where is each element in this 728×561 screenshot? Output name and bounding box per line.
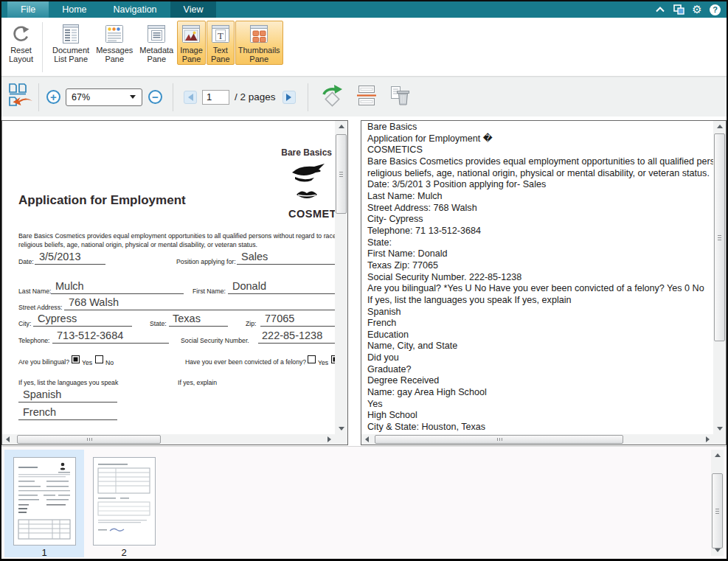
text-line: City & State: Houston, Texas xyxy=(367,422,713,433)
arrow-left-icon xyxy=(188,94,193,101)
button-label: Pane xyxy=(96,55,133,63)
metadata-pane-button[interactable]: MetadataPane xyxy=(136,21,176,65)
scrollbar-thumb[interactable] xyxy=(714,133,725,341)
image-pane: Bare Basics COSMETICS Application for Em… xyxy=(1,120,348,445)
form-question-label: Are you bilingual? xyxy=(18,358,69,366)
ribbon-view: ResetLayout DocumentList Pane xyxy=(1,18,727,77)
scroll-left-button[interactable] xyxy=(2,434,13,445)
zoom-level-select[interactable]: 67% xyxy=(66,88,142,106)
gear-icon[interactable]: ⚙ xyxy=(691,4,703,15)
scroll-left-button[interactable] xyxy=(361,434,372,445)
form-question-label: If yes, list the languages you speak xyxy=(18,379,118,386)
scrollbar-thumb[interactable] xyxy=(336,134,347,214)
text-pane-button[interactable]: T TextPane xyxy=(207,21,235,65)
button-label: Metadata xyxy=(139,46,173,55)
text-line: Texas Zip: 77065 xyxy=(367,260,713,272)
button-label: Pane xyxy=(238,55,280,63)
text-pane-vertical-scrollbar[interactable] xyxy=(713,121,726,434)
messages-icon xyxy=(103,23,125,45)
thumbnail-image xyxy=(93,457,156,546)
form-title: Application for Employment xyxy=(18,193,186,208)
rotate-page-button[interactable] xyxy=(319,83,344,112)
scroll-up-button[interactable] xyxy=(711,450,724,461)
image-pane-button[interactable]: ImagePane xyxy=(177,21,206,65)
tab-navigation[interactable]: Navigation xyxy=(100,1,170,18)
page-number-input[interactable] xyxy=(202,90,229,105)
zoom-in-button[interactable]: + xyxy=(46,90,60,104)
reset-layout-icon xyxy=(10,23,32,45)
scroll-up-button[interactable] xyxy=(713,121,726,132)
form-field-value: Mulch xyxy=(55,280,84,292)
form-field-value: 77065 xyxy=(265,313,294,324)
scrollbar-thumb[interactable] xyxy=(375,435,623,444)
form-field-value: Spanish xyxy=(23,388,61,400)
text-pane-horizontal-scrollbar[interactable] xyxy=(361,434,713,445)
scroll-down-button[interactable] xyxy=(713,423,726,434)
scroll-down-button[interactable] xyxy=(335,423,347,434)
text-line: Education xyxy=(367,330,713,341)
form-field-label: Position applying for: xyxy=(176,258,236,265)
image-pane-viewport: Bare Basics COSMETICS Application for Em… xyxy=(2,121,335,434)
thumbnails-vertical-scrollbar[interactable] xyxy=(711,450,724,556)
button-label: Messages xyxy=(96,46,133,55)
text-line: If yes, list the languages you speak If … xyxy=(367,295,713,307)
svg-text:T: T xyxy=(218,30,223,41)
text-line: City- Cypress xyxy=(367,214,713,226)
scrollbar-thumb[interactable] xyxy=(17,435,161,444)
scroll-right-button[interactable] xyxy=(324,434,335,445)
help-icon[interactable]: ? xyxy=(710,4,721,15)
text-line: Name: gay Area High School xyxy=(367,387,713,399)
text-line: High School xyxy=(367,410,713,422)
scrollbar-corner xyxy=(335,434,347,445)
scanned-document-page: Bare Basics COSMETICS Application for Em… xyxy=(2,121,335,434)
form-field-label: Street Address: xyxy=(18,304,62,311)
checkbox-label: Yes xyxy=(318,359,328,366)
thumbnail-page-2[interactable]: 2 xyxy=(84,450,164,557)
delete-page-button[interactable] xyxy=(388,84,413,111)
form-field-value: Donald xyxy=(232,280,266,292)
text-line: Last Name: Mulch xyxy=(367,191,713,203)
text-pane-viewport: Bare Basics Application for Employment �… xyxy=(361,121,713,434)
text-pane[interactable]: Bare Basics Application for Employment �… xyxy=(361,120,727,445)
zoom-out-button[interactable]: − xyxy=(148,90,162,104)
text-line: Date: 3/5/201 3 Position applying for- S… xyxy=(367,179,713,191)
form-field-label: Date: xyxy=(18,258,34,265)
thumbnail-page-1[interactable]: 1 xyxy=(4,450,84,557)
form-field-value: 713-512-3684 xyxy=(57,330,123,341)
form-field-value: 222-85-1238 xyxy=(262,330,322,341)
layout-icon[interactable] xyxy=(673,4,684,15)
text-line: Degree Received xyxy=(367,375,713,387)
button-label: Layout xyxy=(9,55,33,63)
collapse-ribbon-icon[interactable] xyxy=(654,4,666,15)
text-line: Application for Employment � xyxy=(367,133,713,145)
button-label: Pane xyxy=(139,55,173,63)
tab-home[interactable]: Home xyxy=(49,1,100,18)
scroll-right-button[interactable] xyxy=(702,434,713,445)
tab-view[interactable]: View xyxy=(170,1,217,18)
image-pane-horizontal-scrollbar[interactable] xyxy=(2,434,335,445)
reset-layout-button[interactable]: ResetLayout xyxy=(6,21,36,65)
scrollbar-corner xyxy=(713,434,726,445)
form-intro-line: Bare Basics Cosmetics provides equal emp… xyxy=(18,232,335,240)
button-label: Text xyxy=(211,46,230,55)
button-label: Reset xyxy=(9,46,33,55)
form-question-label: If yes, explain xyxy=(178,379,217,386)
previous-page-button[interactable] xyxy=(184,91,197,104)
scrollbar-thumb[interactable] xyxy=(712,473,723,548)
thumbnails-pane-button[interactable]: ThumbnailsPane xyxy=(235,21,283,65)
document-list-pane-button[interactable]: DocumentList Pane xyxy=(49,21,92,65)
form-intro-line: religious beliefs, age, national origin,… xyxy=(18,241,257,248)
next-page-button[interactable] xyxy=(282,91,296,104)
form-field-label: State: xyxy=(150,320,167,327)
image-pane-vertical-scrollbar[interactable] xyxy=(335,121,347,434)
scroll-up-button[interactable] xyxy=(335,121,347,132)
tab-file[interactable]: File xyxy=(7,1,49,18)
toolbar-separator xyxy=(173,83,173,111)
text-line: Social Security Number. 222-85-1238 xyxy=(367,272,713,284)
metadata-icon xyxy=(145,23,167,45)
messages-pane-button[interactable]: MessagesPane xyxy=(93,21,136,65)
form-field-value: Cypress xyxy=(38,313,77,324)
document-navigation-icon[interactable] xyxy=(7,81,34,114)
text-line: religious beliefs, age, national origin,… xyxy=(367,168,713,180)
split-document-button[interactable] xyxy=(355,84,378,111)
